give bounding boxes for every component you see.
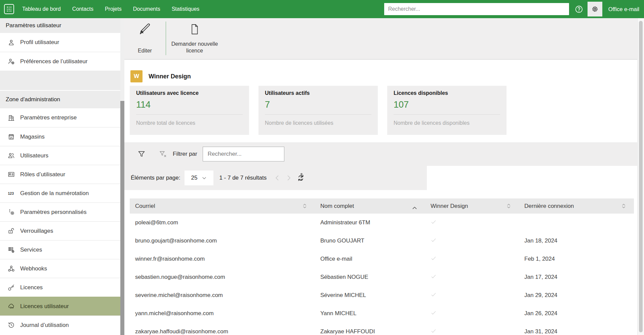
global-search-input[interactable]: [384, 3, 569, 15]
filter-search-input[interactable]: [203, 147, 284, 161]
nav-item-documents[interactable]: Documents: [133, 6, 160, 12]
sidebar-gap: [0, 71, 120, 90]
table-row[interactable]: sebastien.nogue@raisonhome.comSébastien …: [130, 268, 634, 286]
cloud-key-icon: [7, 302, 15, 310]
sidebar-section-header: Paramètres utilisateur: [0, 18, 120, 33]
app-logo-icon[interactable]: [4, 4, 14, 14]
sidebar-item-licences[interactable]: Licences: [0, 278, 120, 297]
results-count: 1 - 7 de 7 résultats: [219, 175, 267, 181]
table-row[interactable]: zakaryae.haffoudi@raisonhome.comZakaryae…: [130, 323, 634, 335]
column-header-derniere-connexion[interactable]: Dernière connexion: [519, 198, 634, 214]
table-row[interactable]: bruno.goujart@raisonhome.comBruno GOUJAR…: [130, 232, 634, 250]
sidebar-item-parametres-personnalises[interactable]: Paramètres personnalisés: [0, 202, 120, 221]
server-gear-icon: [7, 246, 15, 254]
cell-license: [425, 273, 519, 281]
pager: [273, 174, 293, 182]
cell-email: severine.michel@raisonhome.com: [130, 292, 315, 299]
filter-label: Filtrer par: [173, 151, 197, 157]
body: Paramètres utilisateurProfil utilisateur…: [0, 18, 644, 335]
nav-item-contacts[interactable]: Contacts: [72, 6, 93, 12]
stat-card-title: Utilisateurs actifs: [265, 90, 371, 96]
stat-card-title: Licences disponibles: [394, 90, 500, 96]
request-new-license-button[interactable]: Demander nouvelle licence: [169, 21, 220, 56]
main-menu: Tableau de bordContactsProjetsDocumentsS…: [22, 6, 211, 12]
stat-card-divider: [265, 114, 371, 115]
column-header-winner-design[interactable]: Winner Design: [425, 198, 519, 214]
cell-license: [425, 310, 519, 318]
stat-card-divider: [136, 114, 243, 115]
cell-email: poleai@6tm.com: [130, 219, 315, 226]
sidebar-item-utilisateurs[interactable]: Utilisateurs: [0, 146, 120, 165]
stat-card-value: 114: [136, 100, 243, 110]
column-header-courriel[interactable]: Courriel: [130, 198, 315, 214]
sidebar-item-parametres-entreprise[interactable]: Paramètres entreprise: [0, 108, 120, 127]
chevron-down-icon: [201, 175, 207, 181]
id-card-icon: [7, 171, 15, 178]
sidebar-item-journal-d-utilisation[interactable]: Journal d’utilisation: [0, 315, 120, 334]
previous-page-icon[interactable]: [273, 174, 281, 182]
cell-name: Yann MICHEL: [315, 310, 425, 317]
sidebar-item-services[interactable]: Services: [0, 240, 120, 259]
items-per-page-label: Éléments par page:: [131, 175, 180, 181]
sidebar-scrollbar-thumb[interactable]: [120, 101, 124, 335]
store-icon: [7, 133, 15, 141]
stat-card-value: 7: [265, 100, 371, 110]
overflow-menu-icon[interactable]: [299, 173, 304, 181]
help-icon[interactable]: [574, 5, 583, 14]
next-page-icon[interactable]: [285, 174, 293, 182]
cell-license: [425, 328, 519, 335]
sort-both-icon: [621, 203, 626, 209]
sidebar-item-webhooks[interactable]: Webhooks: [0, 259, 120, 278]
table-row[interactable]: yann.michel@raisonhome.comYann MICHELJan…: [130, 304, 634, 323]
table-row[interactable]: winner.fr@raisonhome.comOffice e-mailFeb…: [130, 250, 634, 268]
avatar: W: [130, 70, 143, 82]
table-row[interactable]: poleai@6tm.comAdministrateur 6TM: [130, 214, 634, 232]
sidebar-item-profil-utilisateur[interactable]: Profil utilisateur: [0, 33, 120, 52]
cell-license: [425, 219, 519, 227]
main-scrollbar-thumb[interactable]: [639, 21, 643, 332]
cell-name: Séverine MICHEL: [315, 292, 425, 299]
account-menu[interactable]: Office e-mail: [608, 6, 639, 12]
cell-last-login: Jan 31, 2024: [519, 328, 634, 335]
custom-settings-icon: [7, 208, 15, 216]
users-table: CourrielNom completWinner DesignDernière…: [130, 198, 634, 335]
page-header: W Winner Design: [124, 60, 637, 82]
sidebar-item-roles-d-utilisateur[interactable]: Rôles d’utilisateur: [0, 165, 120, 184]
toolbar-separator: [166, 22, 166, 55]
filter-icon[interactable]: [137, 150, 146, 158]
stat-cards: Utilisateurs avec licence114Nombre total…: [130, 86, 637, 135]
stat-card-caption: Nombre de licences disponibles: [394, 120, 500, 126]
license-checkmark-icon: [431, 328, 437, 334]
sidebar-item-magasins[interactable]: Magasins: [0, 127, 120, 146]
edit-button[interactable]: Editer: [127, 21, 163, 56]
user-gear-icon: [7, 58, 15, 65]
main-panel: Editer Demander nouvelle licence W Winne…: [124, 18, 637, 335]
nav-item-projets[interactable]: Projets: [105, 6, 122, 12]
users-icon: [7, 152, 15, 159]
filter-bar: Filtrer par: [124, 142, 637, 166]
history-icon: [7, 321, 15, 329]
action-toolbar: Editer Demander nouvelle licence: [124, 18, 637, 60]
clear-filter-icon[interactable]: [159, 150, 167, 158]
sidebar-item-preferences-de-l-utilisateur[interactable]: Préférences de l’utilisateur: [0, 52, 120, 71]
sidebar-item-licences-utilisateur[interactable]: Licences utilisateur: [0, 297, 120, 315]
stat-card-utilisateurs-actifs: Utilisateurs actifs7Nombre de licences u…: [258, 86, 378, 135]
column-header-nom-complet[interactable]: Nom complet: [315, 198, 425, 214]
sidebar-section-header: Zone d'administration: [0, 91, 120, 108]
sidebar: Paramètres utilisateurProfil utilisateur…: [0, 18, 120, 335]
sidebar-item-verrouillages[interactable]: Verrouillages: [0, 221, 120, 240]
stat-card-utilisateurs-avec-licence: Utilisateurs avec licence114Nombre total…: [130, 86, 249, 135]
gear-icon: [591, 5, 599, 13]
stat-card-caption: Nombre de licences utilisées: [265, 120, 371, 126]
edit-button-label: Editer: [138, 47, 152, 54]
sidebar-item-gestion-de-la-numerotation[interactable]: 123Gestion de la numérotation: [0, 184, 120, 202]
settings-button[interactable]: [588, 2, 602, 16]
table-row[interactable]: severine.michel@raisonhome.comSéverine M…: [130, 286, 634, 304]
nav-item-statistiques[interactable]: Statistiques: [172, 6, 200, 12]
license-checkmark-icon: [431, 310, 437, 316]
cell-email: yann.michel@raisonhome.com: [130, 310, 315, 317]
lock-open-icon: [7, 227, 15, 235]
page-size-value: 25: [191, 175, 197, 181]
page-size-select[interactable]: 25: [185, 171, 213, 185]
nav-item-tableau-de-bord[interactable]: Tableau de bord: [22, 6, 61, 12]
